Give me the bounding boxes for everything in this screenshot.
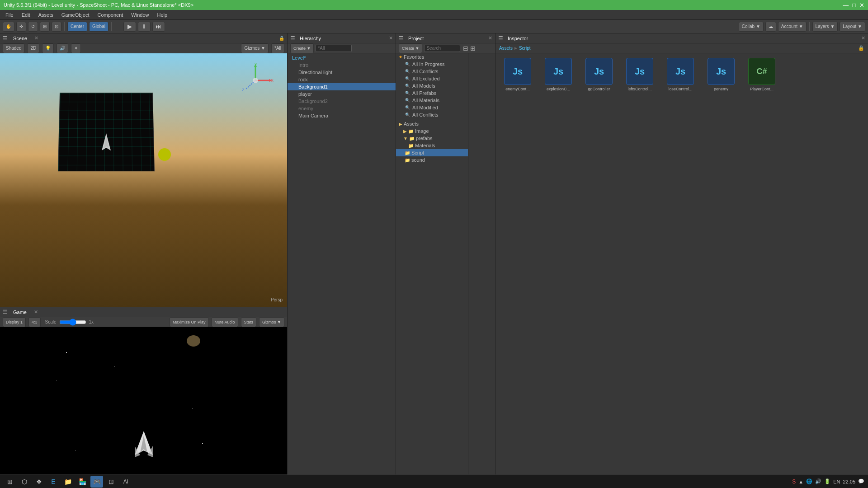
menu-file[interactable]: File <box>2 11 17 19</box>
asset-folder-2[interactable]: 📁Materials <box>396 142 468 149</box>
unity-button[interactable]: 🎮 <box>90 476 103 488</box>
fav-item-4[interactable]: 🔍All Prefabs <box>396 89 468 97</box>
pivot-mode-btn[interactable]: Center <box>67 22 87 32</box>
hierarchy-item-3[interactable]: rock <box>288 76 396 83</box>
hierarchy-search[interactable] <box>316 45 352 52</box>
tray-notification[interactable]: 💬 <box>858 479 864 484</box>
favorites-header[interactable]: ★ Favorites <box>396 53 468 61</box>
hierarchy-create-btn[interactable]: Create ▼ <box>290 43 314 53</box>
pause-button[interactable]: ⏸ <box>138 22 151 32</box>
store-button[interactable]: 🏪 <box>76 476 89 488</box>
play-button[interactable]: ▶ <box>123 22 136 32</box>
layout-btn[interactable]: Layout ▼ <box>840 22 865 32</box>
hierarchy-item-0[interactable]: Level* <box>288 54 396 61</box>
scene-audio-btn[interactable]: 🔊 <box>57 43 68 53</box>
start-button[interactable]: ⊞ <box>4 476 16 488</box>
script-item-6[interactable]: PlayerCont... <box>741 55 782 473</box>
mute-audio-btn[interactable]: Mute Audio <box>212 317 238 327</box>
inspector-lock-icon[interactable]: 🔒 <box>858 45 864 51</box>
menu-component[interactable]: Component <box>94 11 127 19</box>
project-grid-view[interactable]: ⊞ <box>470 45 476 52</box>
scene-viewport[interactable]: X Y Z Persp <box>0 53 287 307</box>
display-btn[interactable]: Display 1 <box>3 317 26 327</box>
explorer-button[interactable]: 📁 <box>61 476 74 488</box>
project-close[interactable]: ✕ <box>488 35 492 41</box>
assets-root[interactable]: ▶ Assets <box>396 120 468 127</box>
collab-btn[interactable]: Collab ▼ <box>739 22 764 32</box>
fav-item-6[interactable]: 🔍All Modified <box>396 104 468 111</box>
inspector-tab[interactable]: Inspector <box>505 35 531 42</box>
menu-window[interactable]: Window <box>127 11 152 19</box>
hierarchy-item-8[interactable]: Main Camera <box>288 112 396 119</box>
edge-button[interactable]: E <box>47 476 60 488</box>
step-button[interactable]: ⏭ <box>152 22 165 32</box>
cloud-btn[interactable]: ☁ <box>765 22 776 32</box>
tray-volume[interactable]: 🔊 <box>815 479 821 484</box>
transform-rect[interactable]: ⊡ <box>52 22 61 32</box>
title-bar-controls[interactable]: — □ ✕ <box>843 2 864 9</box>
script-item-4[interactable]: loseControl... <box>660 55 701 473</box>
fav-item-3[interactable]: 🔍All Models <box>396 82 468 89</box>
close-btn[interactable]: ✕ <box>859 2 864 9</box>
scene-lock[interactable]: 🔒 <box>279 36 284 41</box>
asset-folder-3[interactable]: 📁Script <box>396 149 468 156</box>
hierarchy-item-2[interactable]: Directional light <box>288 69 396 76</box>
fav-item-7[interactable]: 🔍All Conflicts <box>396 111 468 118</box>
hierarchy-item-7[interactable]: enemy <box>288 105 396 112</box>
script-item-5[interactable]: penemy <box>701 55 741 473</box>
script-item-1[interactable]: explosionC... <box>538 55 579 473</box>
breadcrumb-assets[interactable]: Assets <box>499 46 513 51</box>
aspect-btn[interactable]: 4:3 <box>28 317 41 327</box>
stats-btn[interactable]: Stats <box>241 317 257 327</box>
game-tab[interactable]: Game <box>10 309 29 316</box>
hierarchy-item-6[interactable]: Background2 <box>288 98 396 105</box>
app-button[interactable]: ⊡ <box>105 476 118 488</box>
scene-light-btn[interactable]: 💡 <box>42 43 54 53</box>
scene-close[interactable]: ✕ <box>34 35 38 41</box>
fav-item-1[interactable]: 🔍All Conflicts <box>396 68 468 75</box>
fav-item-2[interactable]: 🔍All Excluded <box>396 75 468 82</box>
hierarchy-item-1[interactable]: Intro <box>288 61 396 69</box>
account-btn[interactable]: Account ▼ <box>778 22 807 32</box>
hierarchy-item-5[interactable]: player <box>288 90 396 98</box>
script-item-3[interactable]: leftsControl... <box>619 55 660 473</box>
gizmos-btn[interactable]: Gizmos ▼ <box>241 43 269 53</box>
project-search[interactable] <box>424 45 460 52</box>
transform-hand[interactable]: ✋ <box>3 22 14 32</box>
game-gizmos-btn[interactable]: Gizmos ▼ <box>259 317 284 327</box>
project-list-view[interactable]: ⊟ <box>463 45 468 52</box>
breadcrumb-script[interactable]: Script <box>519 46 531 51</box>
2d-btn[interactable]: 2D <box>27 43 39 53</box>
game-close[interactable]: ✕ <box>34 309 38 315</box>
pivot-space-btn[interactable]: Global <box>89 22 108 32</box>
transform-move[interactable]: ✛ <box>16 22 26 32</box>
fav-item-0[interactable]: 🔍All In Progress <box>396 61 468 68</box>
shaded-btn[interactable]: Shaded <box>3 43 24 53</box>
all-layers-btn[interactable]: *All <box>271 43 284 53</box>
asset-folder-0[interactable]: ▶📁Image <box>396 127 468 135</box>
menu-help[interactable]: Help <box>153 11 171 19</box>
game-viewport[interactable] <box>0 327 287 474</box>
minimize-btn[interactable]: — <box>843 2 849 9</box>
inspector-close[interactable]: ✕ <box>861 35 865 41</box>
menu-assets[interactable]: Assets <box>35 11 57 19</box>
asset-folder-4[interactable]: 📁sound <box>396 156 468 164</box>
task-view-button[interactable]: ❖ <box>33 476 45 488</box>
hierarchy-close[interactable]: ✕ <box>389 35 393 41</box>
scale-slider[interactable] <box>59 320 86 324</box>
ai-text-button[interactable]: Ai <box>119 476 132 488</box>
maximize-btn[interactable]: □ <box>852 2 856 9</box>
maximize-on-play-btn[interactable]: Maximize On Play <box>170 317 209 327</box>
layers-btn[interactable]: Layers ▼ <box>812 22 838 32</box>
script-item-2[interactable]: ggController <box>579 55 619 473</box>
asset-folder-1[interactable]: ▼📁prefabs <box>396 135 468 142</box>
menu-gameobject[interactable]: GameObject <box>58 11 93 19</box>
project-tab[interactable]: Project <box>406 35 426 42</box>
tray-up-arrow[interactable]: ▲ <box>798 479 803 484</box>
hierarchy-tab[interactable]: Hierarchy <box>297 35 324 42</box>
menu-edit[interactable]: Edit <box>18 11 34 19</box>
search-button[interactable]: ⬡ <box>18 476 31 488</box>
hierarchy-item-4[interactable]: Background1 <box>288 83 396 90</box>
transform-scale[interactable]: ⊞ <box>40 22 50 32</box>
scene-fx-btn[interactable]: ✦ <box>71 43 81 53</box>
